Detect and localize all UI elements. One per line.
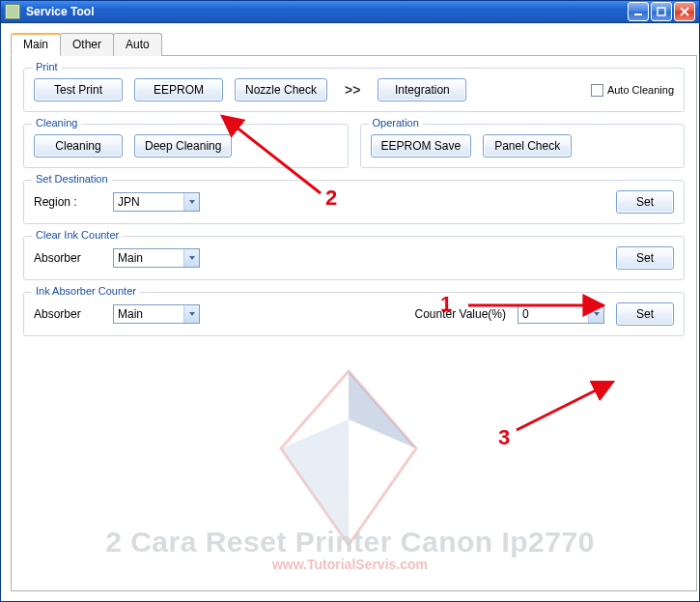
integration-button[interactable]: Integration [378, 78, 466, 101]
group-operation: Operation EEPROM Save Panel Check [360, 124, 686, 168]
group-print: Print Test Print EEPROM Nozzle Check >> … [23, 68, 685, 112]
nozzle-check-button[interactable]: Nozzle Check [235, 78, 327, 101]
auto-cleaning-label: Auto Cleaning [607, 84, 674, 96]
group-ink-abs-legend: Ink Absorber Counter [32, 285, 140, 297]
group-cleaning-legend: Cleaning [32, 117, 81, 129]
watermark-title: 2 Cara Reset Printer Canon Ip2770 [1, 526, 699, 559]
eeprom-save-button[interactable]: EEPROM Save [371, 134, 472, 158]
group-set-destination: Set Destination Region : JPN Set [23, 180, 685, 224]
tab-other[interactable]: Other [60, 33, 114, 56]
panel-check-button[interactable]: Panel Check [483, 134, 572, 158]
group-clear-ink-legend: Clear Ink Counter [32, 229, 123, 241]
absorber-label-1: Absorber [34, 251, 101, 265]
checkbox-box-icon [591, 84, 603, 97]
group-operation-legend: Operation [369, 117, 423, 129]
close-button[interactable] [674, 2, 695, 21]
client-area: Main Other Auto Print Test Print EEPROM … [1, 23, 699, 601]
counter-value-label: Counter Value(%) [415, 307, 507, 321]
window-title: Service Tool [26, 5, 628, 18]
region-value: JPN [114, 195, 183, 209]
cleaning-button[interactable]: Cleaning [34, 134, 123, 158]
counter-value-value: 0 [518, 307, 588, 321]
absorber-label-2: Absorber [34, 307, 101, 321]
eeprom-button[interactable]: EEPROM [134, 78, 223, 101]
titlebar[interactable]: Service Tool [1, 1, 699, 23]
group-dest-legend: Set Destination [32, 173, 112, 185]
watermark-url: www.TutorialServis.com [1, 557, 699, 572]
test-print-button[interactable]: Test Print [34, 78, 123, 101]
group-clear-ink: Clear Ink Counter Absorber Main Set [23, 236, 685, 280]
set-clear-ink-button[interactable]: Set [616, 246, 674, 270]
clear-absorber-combo[interactable]: Main [113, 248, 200, 268]
set-ink-absorber-button[interactable]: Set [616, 302, 674, 326]
double-arrow-icon: >> [339, 82, 366, 98]
deep-cleaning-button[interactable]: Deep Cleaning [134, 134, 232, 158]
tab-main[interactable]: Main [11, 33, 61, 56]
maximize-button[interactable] [651, 2, 672, 21]
ink-absorber-combo[interactable]: Main [113, 304, 200, 324]
chevron-down-icon [183, 249, 199, 267]
region-combo[interactable]: JPN [113, 192, 200, 212]
chevron-down-icon [183, 193, 199, 211]
group-cleaning: Cleaning Cleaning Deep Cleaning [23, 124, 349, 168]
watermark: 2 Cara Reset Printer Canon Ip2770 www.Tu… [1, 526, 699, 572]
ink-absorber-value: Main [114, 307, 183, 321]
group-ink-absorber: Ink Absorber Counter Absorber Main Count… [23, 292, 685, 336]
minimize-button[interactable] [628, 2, 649, 21]
set-destination-button[interactable]: Set [616, 190, 674, 214]
chevron-down-icon [588, 305, 603, 323]
tab-auto[interactable]: Auto [113, 33, 162, 56]
clear-absorber-value: Main [114, 251, 183, 265]
region-label: Region : [34, 195, 101, 209]
svg-rect-1 [658, 8, 665, 15]
counter-value-combo[interactable]: 0 [518, 304, 604, 324]
svg-rect-0 [634, 14, 642, 15]
chevron-down-icon [183, 305, 199, 323]
group-print-legend: Print [32, 61, 62, 72]
window: Service Tool Main Other Auto Print Tes [0, 0, 700, 602]
app-icon [5, 4, 20, 19]
tab-strip: Main Other Auto [11, 33, 697, 56]
auto-cleaning-checkbox[interactable]: Auto Cleaning [591, 84, 674, 97]
